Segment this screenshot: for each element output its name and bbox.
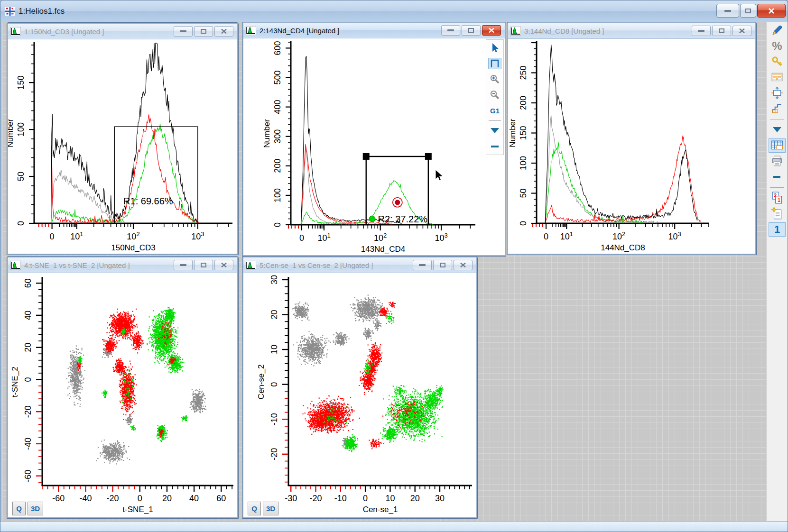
toolbar-separator	[770, 187, 784, 188]
child-window-143nd-cd4: 2:143Nd_CD4 [Ungated ] 01011021030100200…	[242, 22, 506, 256]
close-icon	[221, 29, 227, 34]
window3-close-button[interactable]	[732, 26, 751, 36]
percent-button[interactable]: %	[769, 39, 786, 53]
three-d-button[interactable]: 3D	[28, 502, 43, 515]
close-icon	[221, 263, 227, 267]
minimize-palette-tool[interactable]	[488, 141, 501, 152]
window2-titlebar[interactable]: 2:143Nd_CD4 [Ungated ]	[243, 23, 505, 38]
svg-text:20: 20	[410, 494, 420, 503]
window4-minimize-button[interactable]	[174, 260, 193, 270]
palette-separator	[489, 120, 501, 121]
window2-close-button[interactable]	[482, 25, 501, 36]
svg-text:30: 30	[269, 275, 279, 284]
window5-close-button[interactable]	[454, 260, 473, 270]
scatter-plot-cense[interactable]: -30-20-100102030-20-100102030Cen-se_2Cen…	[243, 273, 475, 516]
svg-text:150: 150	[16, 75, 26, 90]
app-title: 1:Helios1.fcs	[19, 7, 65, 16]
three-d-button[interactable]: 3D	[263, 502, 278, 515]
svg-text:t-SNE_2: t-SNE_2	[10, 367, 19, 397]
window2-maximize-button[interactable]	[462, 25, 481, 36]
svg-text:R2: 37.22%: R2: 37.22%	[378, 214, 428, 224]
svg-text:-20: -20	[269, 448, 279, 460]
layout-windows-button[interactable]	[769, 70, 786, 84]
main-titlebar[interactable]: 1:Helios1.fcs	[0, 0, 788, 22]
window3-minimize-button[interactable]	[692, 26, 711, 36]
svg-text:-60: -60	[23, 470, 33, 482]
svg-text:100: 100	[519, 156, 528, 170]
pointer-tool[interactable]	[488, 42, 501, 54]
window5-minimize-button[interactable]	[413, 260, 432, 270]
right-toolbar: %	[766, 22, 788, 521]
window-title: 4:t-SNE_1 vs t-SNE_2 [Ungated ]	[24, 261, 130, 269]
child-window-tsne: 4:t-SNE_1 vs t-SNE_2 [Ungated ] -60-40-2…	[7, 257, 238, 518]
window4-close-button[interactable]	[214, 260, 233, 270]
key-icon	[771, 55, 783, 68]
window1-close-button[interactable]	[214, 26, 233, 37]
window2-minimize-button[interactable]	[441, 25, 460, 36]
histogram-plot-150Nd_CD3[interactable]: 0101102103050100150Number150Nd_CD3R1: 69…	[8, 39, 236, 252]
gate-tool-palette: G1	[486, 39, 504, 155]
child-window-144nd-cd8: 3:144Nd_CD8 [Ungated ] 01011021030501001…	[507, 22, 756, 255]
scatter-plot-tsne[interactable]: -60-40-200204060-60-40-200204060t-SNE_2t…	[8, 273, 236, 516]
minimize-icon	[419, 264, 426, 266]
window3-maximize-button[interactable]	[712, 26, 731, 36]
svg-text:20: 20	[23, 343, 33, 352]
svg-text:0: 0	[273, 222, 282, 227]
zoom-in-tool[interactable]	[488, 73, 501, 85]
svg-text:144Nd_CD8: 144Nd_CD8	[601, 243, 645, 252]
window4-titlebar[interactable]: 4:t-SNE_1 vs t-SNE_2 [Ungated ]	[8, 257, 237, 273]
svg-text:0: 0	[269, 382, 279, 387]
svg-text:101: 101	[317, 232, 330, 243]
minimize-toolbar-button[interactable]	[769, 170, 786, 184]
printer-icon	[771, 155, 783, 167]
three-d-label: 3D	[266, 504, 275, 513]
page-order-button[interactable]: 2 1	[769, 191, 786, 205]
new-document-button[interactable]	[769, 207, 786, 221]
minus-icon	[490, 145, 500, 148]
zoom-in-icon	[490, 74, 500, 84]
main-close-button[interactable]	[757, 4, 786, 18]
histogram-plot-143Nd_CD4[interactable]: 01011021030100200300400500600Number143Nd…	[243, 38, 504, 254]
window1-minimize-button[interactable]	[174, 26, 193, 37]
window5-maximize-button[interactable]	[433, 260, 452, 270]
minimize-icon	[180, 264, 186, 266]
range-gate-icon	[490, 58, 500, 69]
g1-gate-button[interactable]: G1	[488, 105, 501, 116]
quadrant-label: Q	[251, 504, 257, 513]
print-button[interactable]	[769, 154, 786, 168]
protection-key-button[interactable]	[769, 55, 786, 69]
three-d-label: 3D	[31, 504, 40, 513]
minus-icon	[771, 174, 783, 179]
maximize-icon	[719, 28, 724, 33]
svg-text:60: 60	[216, 494, 226, 503]
svg-text:20: 20	[162, 494, 172, 503]
main-maximize-button[interactable]	[740, 4, 756, 18]
range-gate-tool[interactable]	[488, 58, 501, 69]
histogram-plot-144Nd_CD8[interactable]: 0101102103050100150200250Number144Nd_CD8	[508, 39, 754, 252]
window3-titlebar[interactable]: 3:144Nd_CD8 [Ungated ]	[508, 23, 755, 39]
data-grid-button[interactable]	[769, 138, 786, 153]
svg-text:143Nd_CD4: 143Nd_CD4	[361, 245, 406, 254]
page-1-button[interactable]: 1	[769, 222, 786, 237]
svg-text:0: 0	[299, 233, 304, 243]
quadrant-button[interactable]: Q	[248, 502, 261, 515]
window1-titlebar[interactable]: 1:150Nd_CD3 [Ungated ]	[8, 24, 237, 39]
collapse-toolbar-button[interactable]	[769, 123, 786, 137]
edit-annotation-button[interactable]	[769, 23, 786, 37]
collapse-tool[interactable]	[488, 125, 501, 137]
svg-text:-60: -60	[52, 494, 65, 503]
window5-titlebar[interactable]: 5:Cen-se_1 vs Cen-se_2 [Ungated ]	[243, 257, 476, 273]
minimize-icon	[698, 30, 705, 32]
quadrant-button[interactable]: Q	[12, 502, 26, 515]
step-chart-button[interactable]	[769, 101, 786, 116]
zoom-out-tool[interactable]	[488, 89, 501, 101]
window1-maximize-button[interactable]	[194, 26, 213, 37]
close-icon	[768, 8, 775, 14]
maximize-icon	[440, 263, 445, 267]
g1-label: G1	[490, 107, 500, 115]
main-minimize-button[interactable]	[716, 4, 739, 18]
histogram-icon	[510, 27, 521, 36]
resize-plot-button[interactable]	[769, 86, 786, 100]
table-icon	[770, 139, 784, 152]
window4-maximize-button[interactable]	[194, 260, 213, 270]
